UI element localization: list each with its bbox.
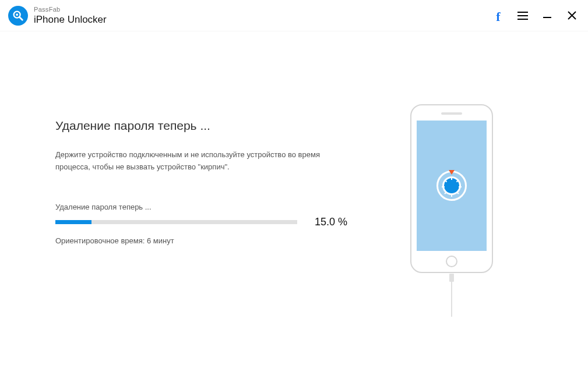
- cable-connector-icon: [449, 274, 454, 282]
- minimize-button[interactable]: [541, 10, 553, 22]
- app-logo: PassFab iPhone Unlocker: [8, 6, 107, 26]
- main-content: Удаление пароля теперь ... Держите устро…: [0, 31, 588, 317]
- progress-bar: [55, 220, 297, 224]
- page-title: Удаление пароля теперь ...: [55, 119, 370, 133]
- logo-icon: [8, 6, 28, 26]
- eta-text: Ориентировочное время: 6 минут: [55, 236, 370, 245]
- compass-icon: [436, 171, 467, 201]
- phone-icon: [410, 104, 493, 273]
- progress-percent: 15.0 %: [315, 216, 347, 228]
- progress-panel: Удаление пароля теперь ... Держите устро…: [55, 119, 370, 317]
- svg-point-1: [16, 13, 18, 16]
- facebook-icon[interactable]: f: [492, 10, 504, 22]
- title-bar: PassFab iPhone Unlocker f: [0, 0, 588, 31]
- svg-line-2: [19, 17, 22, 20]
- menu-icon[interactable]: [517, 10, 529, 22]
- device-illustration: [370, 104, 533, 317]
- progress-label: Удаление пароля теперь ...: [55, 203, 370, 211]
- brand-name-big: iPhone Unlocker: [34, 15, 107, 24]
- progress-fill: [55, 220, 91, 224]
- home-button-icon: [446, 256, 457, 267]
- brand-name-small: PassFab: [34, 6, 107, 13]
- cable-wire-icon: [451, 282, 452, 317]
- window-controls: f: [492, 10, 578, 22]
- instruction-text: Держите устройство подключенным и не исп…: [55, 149, 347, 173]
- close-button[interactable]: [566, 10, 578, 22]
